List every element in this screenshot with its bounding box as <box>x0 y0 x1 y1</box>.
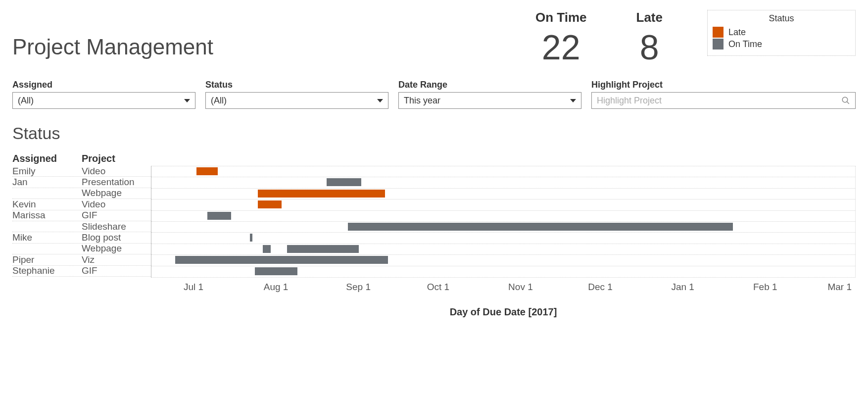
kpi-on-time: On Time 22 <box>535 10 587 65</box>
gantt-project-cell: Webpage <box>82 243 151 254</box>
legend-swatch-late <box>713 27 723 38</box>
chevron-down-icon <box>184 99 190 102</box>
gantt-chart: Assigned Project EmilyVideoJanPresentati… <box>12 153 856 318</box>
gantt-chart-row <box>151 266 855 277</box>
filter-status-value: (All) <box>211 96 227 106</box>
gantt-bar[interactable] <box>175 256 387 264</box>
gantt-chart-row <box>151 233 855 244</box>
gantt-project-cell: Video <box>82 166 151 177</box>
gantt-xtick: Nov 1 <box>508 282 533 293</box>
legend-swatch-ontime <box>713 39 723 50</box>
legend-label-ontime: On Time <box>728 39 762 50</box>
search-icon <box>841 96 850 105</box>
gantt-label-row: Webpage <box>12 188 151 199</box>
gantt-chart-row <box>151 255 855 266</box>
gantt-project-cell: Viz <box>82 254 151 265</box>
gantt-assigned-cell: Mike <box>12 232 82 243</box>
gantt-project-cell: Presentation <box>82 177 151 188</box>
gantt-label-row: PiperViz <box>12 254 151 265</box>
gantt-bar[interactable] <box>196 167 218 175</box>
gantt-bar[interactable] <box>263 245 271 253</box>
chevron-down-icon <box>570 99 576 102</box>
filter-date-value: This year <box>404 96 440 106</box>
svg-point-0 <box>842 97 848 102</box>
gantt-chart-row <box>151 222 855 233</box>
filter-date-label: Date Range <box>398 80 581 90</box>
legend-item-ontime[interactable]: On Time <box>713 39 850 50</box>
gantt-assigned-cell: Piper <box>12 254 82 265</box>
chevron-down-icon <box>377 99 383 102</box>
gantt-xtick: Oct 1 <box>427 282 449 293</box>
gantt-label-row: MikeBlog post <box>12 232 151 243</box>
gantt-xtick: Sep 1 <box>346 282 371 293</box>
gantt-xtick: Feb 1 <box>753 282 777 293</box>
gantt-xtick: Jan 1 <box>671 282 694 293</box>
filter-highlight-label: Highlight Project <box>591 80 856 90</box>
gantt-assigned-cell: Kevin <box>12 199 82 210</box>
gantt-col-assigned: Assigned <box>12 153 82 165</box>
gantt-label-row: StephanieGIF <box>12 266 151 277</box>
highlight-search-input[interactable] <box>597 96 841 106</box>
legend: Status Late On Time <box>707 10 856 56</box>
gantt-xtick: Dec 1 <box>588 282 613 293</box>
gantt-bar[interactable] <box>287 245 359 253</box>
filter-assigned-label: Assigned <box>12 80 195 90</box>
legend-item-late[interactable]: Late <box>713 27 850 38</box>
gantt-assigned-cell: Emily <box>12 166 82 177</box>
gantt-bar[interactable] <box>258 190 386 198</box>
gantt-project-cell: Slideshare <box>82 221 151 232</box>
gantt-bar[interactable] <box>258 200 282 208</box>
kpi-on-time-label: On Time <box>535 10 587 25</box>
gantt-section-title: Status <box>12 124 856 143</box>
legend-label-late: Late <box>728 27 746 38</box>
gantt-col-project: Project <box>82 153 151 165</box>
gantt-xaxis-title: Day of Due Date [2017] <box>151 306 856 318</box>
gantt-chart-row <box>151 244 855 255</box>
filter-assigned-value: (All) <box>18 96 34 106</box>
gantt-project-cell: Blog post <box>82 232 151 243</box>
gantt-label-row: KevinVideo <box>12 199 151 210</box>
highlight-search-box[interactable] <box>591 92 856 109</box>
gantt-project-cell: Video <box>82 199 151 210</box>
gantt-label-row: JanPresentation <box>12 177 151 188</box>
kpi-late: Late 8 <box>636 10 663 65</box>
gantt-bar[interactable] <box>255 267 297 275</box>
gantt-label-row: Webpage <box>12 244 151 254</box>
gantt-chart-row <box>151 189 855 199</box>
gantt-bar[interactable] <box>207 212 231 220</box>
legend-title: Status <box>713 13 850 24</box>
gantt-project-cell: Webpage <box>82 188 151 198</box>
svg-line-1 <box>847 101 849 104</box>
gantt-chart-row <box>151 211 855 222</box>
gantt-bar[interactable] <box>327 178 361 186</box>
gantt-label-row: Slideshare <box>12 221 151 232</box>
gantt-chart-row <box>151 177 855 188</box>
gantt-project-cell: GIF <box>82 265 151 276</box>
gantt-bar[interactable] <box>348 223 733 231</box>
kpi-late-label: Late <box>636 10 663 25</box>
filter-assigned-dropdown[interactable]: (All) <box>12 92 195 109</box>
gantt-xtick: Aug 1 <box>264 282 289 293</box>
gantt-assigned-cell: Marissa <box>12 210 82 221</box>
gantt-bar[interactable] <box>250 234 252 242</box>
page-title: Project Management <box>12 35 213 59</box>
gantt-chart-row <box>151 199 855 210</box>
filter-status-dropdown[interactable]: (All) <box>205 92 388 109</box>
kpi-on-time-value: 22 <box>535 30 587 65</box>
gantt-assigned-cell: Jan <box>12 177 82 188</box>
gantt-assigned-cell: Stephanie <box>12 265 82 276</box>
filter-date-dropdown[interactable]: This year <box>398 92 581 109</box>
gantt-label-row: EmilyVideo <box>12 166 151 177</box>
kpi-late-value: 8 <box>636 30 663 65</box>
gantt-xtick: Jul 1 <box>184 282 203 293</box>
gantt-project-cell: GIF <box>82 210 151 221</box>
gantt-label-row: MarissaGIF <box>12 210 151 221</box>
gantt-chart-row <box>151 166 855 177</box>
gantt-xtick: Mar 1 <box>827 282 852 293</box>
filter-status-label: Status <box>205 80 388 90</box>
